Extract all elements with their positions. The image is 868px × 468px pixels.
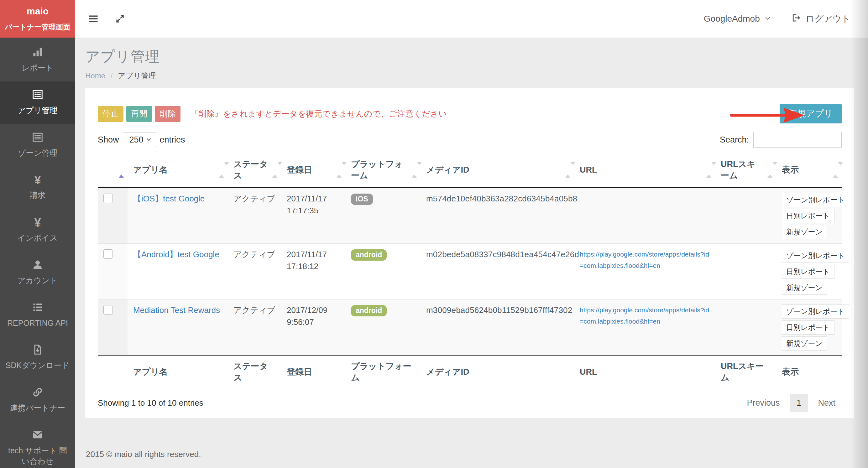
sort-icons (412, 165, 417, 175)
logout-label: ログアウト (806, 13, 850, 25)
sort-asc-active-icon (119, 165, 124, 175)
column-header-label: メディアID (426, 165, 469, 175)
column-header-label: URLスキーム (721, 159, 755, 180)
footer-column-header-3: 登録日 (281, 355, 345, 388)
column-header-5[interactable]: メディアID (421, 154, 574, 188)
main-content: アプリ管理 Home / アプリ管理 停止 再開 削除 『削除』をされますとデー… (75, 38, 868, 468)
row-checkbox[interactable] (103, 249, 113, 259)
action-button-1[interactable]: 日別レポート (782, 265, 834, 279)
footer-column-header-5: メディアID (421, 355, 574, 388)
table-row: 【iOS】test Googleアクティブ2017/11/17 17:17:35… (98, 188, 842, 244)
column-header-3[interactable]: 登録日 (281, 154, 345, 188)
app-name-link[interactable]: Mediation Test Rewards (133, 305, 220, 315)
resume-button[interactable]: 再開 (126, 106, 152, 122)
breadcrumb-separator: / (111, 71, 113, 80)
breadcrumb-home-link[interactable]: Home (85, 71, 105, 80)
breadcrumb: Home / アプリ管理 (85, 71, 854, 81)
sidebar-item-0[interactable]: レポート (0, 39, 75, 82)
column-header-1[interactable]: アプリ名 (127, 154, 228, 188)
app-name-link[interactable]: 【Android】test Google (133, 250, 219, 259)
sidebar-item-8[interactable]: 連携パートナー (0, 379, 75, 422)
action-button-0[interactable]: ゾーン別レポート (782, 193, 849, 207)
column-header-label: ステータス (234, 159, 268, 180)
sidebar-item-label: アカウント (2, 275, 73, 286)
current-page-button[interactable]: 1 (790, 394, 808, 412)
table-footer: アプリ名ステータス登録日プラットフォームメディアIDURLURLスキーム表示 (98, 355, 842, 388)
column-header-2[interactable]: ステータス (228, 154, 281, 188)
logout-button[interactable]: ログアウト (791, 13, 850, 25)
page-size-value: 250 (129, 135, 144, 145)
search-input[interactable] (753, 132, 842, 148)
action-button-1[interactable]: 日別レポート (782, 209, 834, 223)
row-checkbox[interactable] (103, 194, 113, 203)
sort-icons (565, 165, 570, 175)
apps-table: アプリ名ステータス登録日プラットフォームメディアIDURLURLスキーム表示 【… (98, 154, 842, 388)
next-page-button[interactable]: Next (812, 395, 842, 412)
sidebar-item-label: 請求 (2, 190, 73, 201)
sidebar-item-label: tech サポート 問い合わせ (2, 445, 73, 467)
column-header-7[interactable]: URLスキーム (715, 154, 776, 188)
media-id-cell: m574de10ef40b363a282cd6345b4a05b8 (426, 194, 577, 203)
footer-column-header-6: URL (574, 355, 715, 388)
sidebar-item-6[interactable]: REPORTING API (0, 294, 75, 337)
sidebar-item-2[interactable]: ゾーン管理 (0, 124, 75, 167)
list-box-icon (2, 89, 73, 101)
action-button-2[interactable]: 新規ゾーン (782, 337, 827, 350)
row-checkbox[interactable] (103, 305, 113, 314)
breadcrumb-current: アプリ管理 (118, 71, 156, 80)
sort-icons (219, 165, 224, 175)
sidebar-item-3[interactable]: ¥請求 (0, 166, 75, 209)
column-header-0[interactable] (98, 154, 127, 188)
topbar: GoogleAdmob ログアウト (75, 0, 868, 38)
url-link[interactable]: https://play.google.com/store/apps/detai… (580, 249, 709, 271)
sidebar-item-5[interactable]: アカウント (0, 252, 75, 294)
sidebar-item-9[interactable]: tech サポート 問い合わせ (0, 422, 75, 468)
sidebar-item-7[interactable]: SDKダウンロード (0, 337, 75, 379)
delete-button[interactable]: 削除 (155, 106, 181, 122)
column-header-6[interactable]: URL (574, 154, 715, 188)
table-header: アプリ名ステータス登録日プラットフォームメディアIDURLURLスキーム表示 (98, 154, 842, 188)
sort-icons (833, 165, 838, 175)
stop-button[interactable]: 停止 (98, 106, 123, 122)
expand-icon (115, 14, 125, 24)
list-icon (2, 302, 73, 314)
sidebar-item-1[interactable]: アプリ管理 (0, 82, 75, 124)
url-link[interactable]: https://play.google.com/store/apps/detai… (580, 305, 709, 327)
date-cell: 2017/11/17 17:18:12 (287, 250, 327, 271)
menu-toggle-button[interactable] (85, 11, 101, 27)
fullscreen-button[interactable] (113, 11, 127, 26)
sidebar-item-label: インボイス (2, 233, 73, 243)
account-dropdown[interactable]: GoogleAdmob (704, 14, 771, 24)
status-cell: アクティブ (234, 250, 275, 259)
action-button-2[interactable]: 新規ゾーン (782, 225, 827, 239)
footer-column-header-1: アプリ名 (127, 355, 228, 388)
page-size-select[interactable]: 250 (123, 132, 156, 147)
chevron-down-icon (146, 135, 152, 145)
user-icon (2, 259, 73, 272)
brand-subtitle: パートナー管理画面 (5, 22, 70, 32)
action-button-0[interactable]: ゾーン別レポート (782, 305, 849, 319)
sidebar: maio パートナー管理画面 レポートアプリ管理ゾーン管理¥請求¥インボイスアカ… (0, 0, 75, 468)
table-row: 【Android】test Googleアクティブ2017/11/17 17:1… (98, 244, 842, 300)
sidebar-item-4[interactable]: ¥インボイス (0, 209, 75, 252)
action-button-2[interactable]: 新規ゾーン (782, 281, 827, 295)
table-controls: Show 250 entries Search: (98, 132, 842, 147)
column-header-label: 表示 (782, 165, 799, 175)
table-body: 【iOS】test Googleアクティブ2017/11/17 17:17:35… (98, 188, 842, 355)
sort-icons (337, 165, 342, 175)
new-app-button[interactable]: 新規アプリ (780, 104, 842, 123)
action-button-1[interactable]: 日別レポート (782, 320, 834, 335)
actions-cell: ゾーン別レポート日別レポート新規ゾーン (776, 300, 842, 355)
sidebar-item-label: 連携パートナー (2, 403, 73, 413)
actions-cell: ゾーン別レポート日別レポート新規ゾーン (776, 188, 842, 244)
brand-logo: maio パートナー管理画面 (0, 0, 75, 38)
previous-page-button[interactable]: Previous (741, 395, 786, 412)
sort-icons (272, 165, 277, 175)
footer-column-header-8: 表示 (776, 355, 842, 388)
app-name-link[interactable]: 【iOS】test Google (133, 194, 205, 203)
action-button-0[interactable]: ゾーン別レポート (782, 249, 849, 263)
column-header-8[interactable]: 表示 (776, 154, 842, 188)
column-header-4[interactable]: プラットフォーム (345, 154, 421, 188)
sort-icons (706, 165, 711, 175)
sidebar-item-label: SDKダウンロード (2, 360, 73, 371)
